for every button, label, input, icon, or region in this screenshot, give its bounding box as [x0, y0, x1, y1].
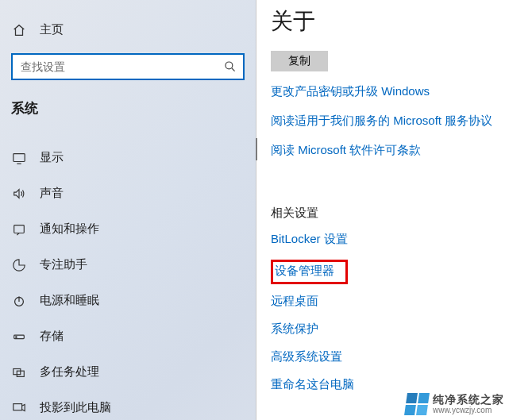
section-header: 系统 [0, 94, 256, 125]
svg-rect-2 [14, 225, 25, 233]
nav-focus[interactable]: 专注助手 [0, 247, 256, 283]
nav-list: 显示 声音 通知和操作 [0, 140, 256, 420]
sound-icon [11, 187, 27, 201]
link-device-manager[interactable]: 设备管理器 [275, 264, 334, 279]
svg-point-5 [16, 336, 17, 337]
watermark-line2: www.ycwzjy.com [433, 406, 504, 414]
nav-display[interactable]: 显示 [0, 140, 256, 175]
copy-button[interactable]: 复制 [271, 51, 328, 71]
home-icon [11, 23, 27, 37]
display-icon [11, 151, 27, 165]
link-service-agreement[interactable]: 阅读适用于我们服务的 Microsoft 服务协议 [271, 114, 509, 129]
search-wrap [11, 53, 245, 80]
svg-rect-1 [13, 153, 25, 161]
nav-label: 多任务处理 [40, 364, 99, 380]
nav-label: 电源和睡眠 [40, 293, 99, 308]
nav-label: 通知和操作 [40, 222, 99, 237]
main-panel: 关于 复制 更改产品密钥或升级 Windows 阅读适用于我们服务的 Micro… [256, 0, 509, 420]
link-bitlocker[interactable]: BitLocker 设置 [271, 232, 509, 247]
link-product-key[interactable]: 更改产品密钥或升级 Windows [271, 84, 509, 99]
watermark-text: 纯净系统之家 www.ycwzjy.com [433, 394, 504, 414]
nav-power[interactable]: 电源和睡眠 [0, 283, 256, 318]
support-links: 更改产品密钥或升级 Windows 阅读适用于我们服务的 Microsoft 服… [271, 84, 509, 158]
page-title: 关于 [271, 6, 509, 37]
link-license-terms[interactable]: 阅读 Microsoft 软件许可条款 [271, 143, 509, 158]
sidebar: 主页 系统 显示 [0, 0, 256, 420]
home-nav[interactable]: 主页 [0, 14, 256, 45]
watermark: 纯净系统之家 www.ycwzjy.com [406, 393, 504, 415]
link-remote-desktop[interactable]: 远程桌面 [271, 294, 509, 309]
related-header: 相关设置 [271, 206, 509, 221]
power-icon [11, 294, 27, 308]
storage-icon [11, 329, 27, 344]
link-rename-pc[interactable]: 重命名这台电脑 [271, 377, 509, 392]
home-label: 主页 [40, 22, 64, 37]
nav-label: 专注助手 [40, 257, 87, 272]
nav-sound[interactable]: 声音 [0, 175, 256, 211]
nav-multitask[interactable]: 多任务处理 [0, 354, 256, 390]
related-links: BitLocker 设置 设备管理器 远程桌面 系统保护 高级系统设置 重命名这… [271, 232, 509, 392]
focus-icon [11, 258, 27, 272]
watermark-line1: 纯净系统之家 [433, 394, 504, 406]
svg-rect-8 [13, 403, 22, 410]
project-icon [11, 401, 27, 415]
nav-label: 存储 [40, 329, 64, 344]
nav-notifications[interactable]: 通知和操作 [0, 211, 256, 247]
link-system-protection[interactable]: 系统保护 [271, 322, 509, 337]
nav-label: 显示 [40, 150, 64, 165]
watermark-logo-icon [404, 393, 430, 415]
link-advanced-settings[interactable]: 高级系统设置 [271, 349, 509, 364]
nav-label: 投影到此电脑 [40, 400, 111, 415]
nav-project[interactable]: 投影到此电脑 [0, 390, 256, 420]
notification-icon [11, 222, 27, 237]
nav-label: 声音 [40, 186, 64, 201]
search-input[interactable] [11, 53, 245, 80]
multitask-icon [11, 365, 27, 380]
nav-storage[interactable]: 存储 [0, 318, 256, 354]
highlight-box: 设备管理器 [271, 260, 348, 284]
